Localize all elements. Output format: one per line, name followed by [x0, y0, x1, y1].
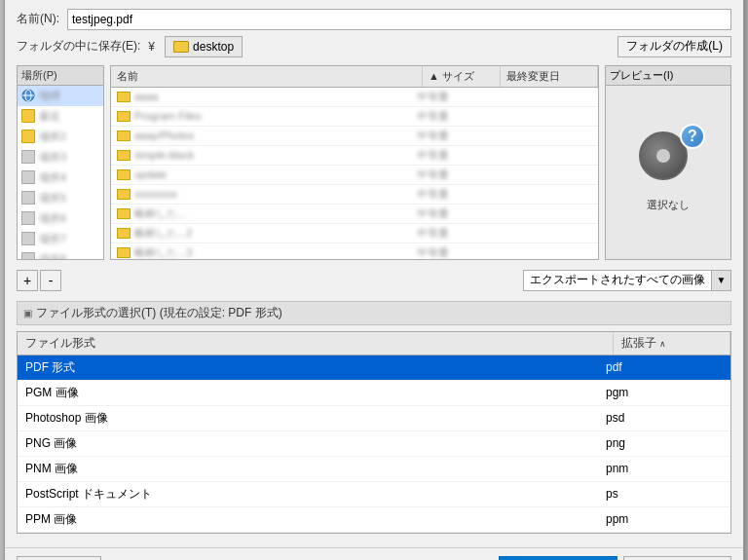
file-row[interactable]: simple-black 中等量: [111, 146, 598, 166]
folder-name: desktop: [193, 40, 234, 54]
places-icon3: [21, 150, 35, 164]
file-row[interactable]: xxxxxxxx 中等量: [111, 185, 598, 205]
file-row[interactable]: aaaa 中等量: [111, 88, 598, 107]
file-row[interactable]: update 中等量: [111, 166, 598, 185]
folder-icon: [117, 131, 131, 141]
file-name-cell: xxxxxxxx: [117, 188, 417, 200]
help-button[interactable]: ヘルプ(H): [17, 556, 101, 561]
filename-label: 名前(N):: [17, 11, 59, 27]
file-name-cell: simple-black: [117, 149, 417, 161]
file-type-ext: pnm: [606, 462, 723, 475]
folder-badge[interactable]: desktop: [165, 36, 243, 57]
places-item[interactable]: 地球: [18, 86, 103, 106]
file-type-table-header: ファイル形式 拡張子 ∧: [18, 332, 730, 355]
file-type-name: PGM 画像: [25, 385, 606, 401]
size-header-text: ▲ サイズ: [429, 70, 474, 82]
create-folder-button[interactable]: フォルダの作成(L): [617, 36, 731, 57]
file-row[interactable]: 略称した...2 中等量: [111, 224, 598, 243]
filename-input[interactable]: [67, 9, 731, 30]
export-button[interactable]: エクスポート(E): [499, 556, 617, 561]
places-item[interactable]: 場所7: [18, 229, 103, 249]
places-item-label: 最近: [39, 109, 60, 124]
file-type-row[interactable]: PNM 画像 pnm: [18, 457, 730, 482]
places-item-label: 地球: [39, 89, 60, 103]
places-item[interactable]: 場所4: [18, 168, 103, 188]
folder-icon: [117, 189, 131, 200]
places-folder-icon: [21, 109, 35, 123]
export-filter-label: エクスポートされたすべての画像: [530, 272, 705, 288]
file-name-cell: update: [117, 168, 417, 180]
add-place-button[interactable]: +: [17, 270, 38, 291]
preview-panel: プレビュー(I) ? 選択なし: [605, 65, 731, 260]
file-name-cell: 略称した...: [117, 206, 417, 221]
files-name-header[interactable]: 名前: [111, 66, 423, 87]
preview-question-mark: ?: [680, 124, 705, 149]
file-size-cell: 中等量: [417, 187, 495, 202]
file-name-cell: aaaa: [117, 91, 417, 102]
remove-place-button[interactable]: -: [40, 270, 61, 291]
dialog-body: 名前(N): フォルダの中に保存(E): ¥ desktop フォルダの作成(L…: [5, 0, 743, 543]
file-size-cell: 中等量: [417, 90, 495, 104]
files-size-header[interactable]: ▲ サイズ: [423, 66, 501, 87]
folder-icon: [117, 150, 131, 161]
file-type-ext: ps: [606, 487, 723, 501]
file-size-cell: 中等量: [417, 168, 495, 182]
ext-header-text: 拡張子: [621, 336, 656, 350]
folder-icon: [117, 169, 131, 180]
file-type-section-header[interactable]: ▣ ファイル形式の選択(T) (現在の設定: PDF 形式): [17, 301, 731, 325]
places-item[interactable]: 場所6: [18, 208, 103, 229]
preview-content: ? 選択なし: [629, 86, 707, 259]
file-type-row[interactable]: PGM 画像 pgm: [18, 381, 730, 406]
folder-icon: [117, 111, 131, 122]
file-row[interactable]: Program Files 中等量: [111, 107, 598, 127]
places-item-label3: 場所3: [39, 150, 66, 165]
file-type-row[interactable]: PDF 形式 pdf: [18, 355, 730, 381]
file-type-name: PNG 画像: [25, 435, 606, 452]
places-item[interactable]: 場所3: [18, 147, 103, 168]
section-collapse-icon: ▣: [23, 308, 32, 318]
add-remove-buttons: + -: [17, 270, 61, 291]
places-header: 場所(P): [18, 66, 103, 86]
file-type-row[interactable]: PNG 画像 png: [18, 431, 730, 457]
export-filter-select[interactable]: エクスポートされたすべての画像: [523, 270, 712, 291]
file-type-name: PPM 画像: [25, 511, 606, 528]
places-item[interactable]: 最近: [18, 106, 103, 127]
footer-right: エクスポート(E) キャンセル(O): [499, 556, 731, 561]
places-item[interactable]: 場所8: [18, 249, 103, 260]
file-type-name: PDF 形式: [25, 359, 606, 376]
file-type-section-label: ファイル形式の選択(T) (現在の設定: PDF 形式): [36, 305, 282, 321]
places-item[interactable]: 場所5: [18, 188, 103, 208]
file-row[interactable]: 略称した... 中等量: [111, 205, 598, 224]
file-type-row[interactable]: PPM 画像 ppm: [18, 507, 730, 533]
folder-icon: [117, 247, 131, 258]
export-dialog: 画像をエクスポート ✕ 名前(N): フォルダの中に保存(E): ¥ deskt…: [4, 0, 744, 560]
places-icon8: [21, 252, 35, 260]
dialog-footer: ヘルプ(H) エクスポート(E) キャンセル(O): [5, 547, 743, 561]
file-type-row[interactable]: Photoshop 画像 psd: [18, 406, 730, 431]
file-name-cell: 略称した...3: [117, 245, 417, 260]
places-item-label2: 場所2: [39, 130, 66, 144]
ext-header[interactable]: 拡張子 ∧: [614, 332, 730, 355]
file-type-table: ファイル形式 拡張子 ∧ PDF 形式 pdf PGM 画像 pgm Photo…: [17, 331, 731, 534]
cancel-button[interactable]: キャンセル(O): [623, 556, 731, 561]
file-size-cell: 中等量: [417, 245, 495, 260]
file-type-ext: pgm: [606, 386, 723, 399]
file-type-row[interactable]: PostScript ドキュメント ps: [18, 482, 730, 507]
format-header[interactable]: ファイル形式: [18, 332, 614, 355]
preview-header: プレビュー(I): [606, 66, 730, 86]
preview-icon: ?: [639, 131, 697, 190]
file-size-cell: 中等量: [417, 109, 495, 124]
files-date-header[interactable]: 最終変更日: [501, 66, 598, 87]
files-panel: 名前 ▲ サイズ 最終変更日 aaaa 中等量: [110, 65, 599, 260]
date-header-text: 最終変更日: [506, 70, 560, 82]
file-row[interactable]: 略称した...3 中等量: [111, 243, 598, 260]
folder-row: フォルダの中に保存(E): ¥ desktop フォルダの作成(L): [17, 36, 731, 57]
file-type-name: PNM 画像: [25, 461, 606, 477]
file-row[interactable]: aaay/Photos 中等量: [111, 127, 598, 146]
file-size-cell: 中等量: [417, 226, 495, 241]
folder-icon: [117, 208, 131, 219]
places-item[interactable]: 場所2: [18, 127, 103, 147]
export-filter-arrow[interactable]: ▼: [712, 270, 731, 291]
file-type-ext: png: [606, 436, 723, 450]
places-panel: 場所(P) 地球 最近 場所2 場所3: [17, 65, 104, 260]
